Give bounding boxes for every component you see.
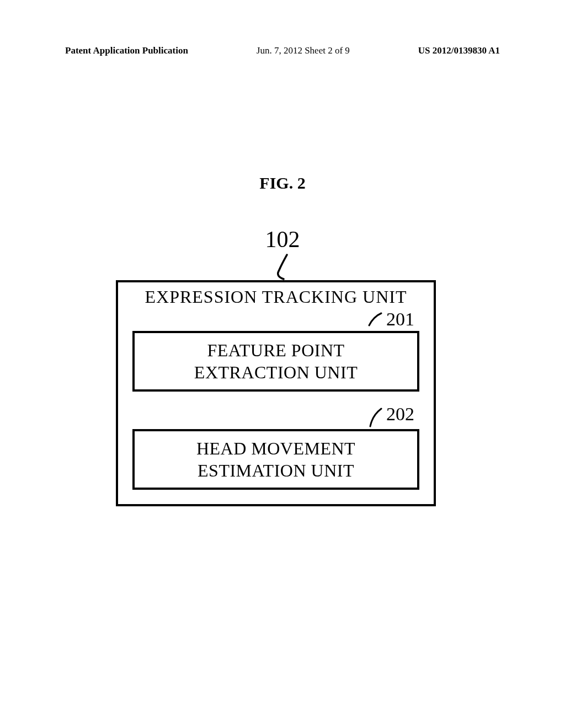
expression-tracking-unit-label: EXPRESSION TRACKING UNIT <box>116 287 436 307</box>
box2-line2: ESTIMATION UNIT <box>198 461 354 480</box>
box2-line1: HEAD MOVEMENT <box>196 438 355 458</box>
head-movement-estimation-unit-label: HEAD MOVEMENT ESTIMATION UNIT <box>196 437 355 481</box>
header-publication-type: Patent Application Publication <box>65 45 188 56</box>
page-header: Patent Application Publication Jun. 7, 2… <box>0 45 565 56</box>
feature-point-extraction-unit-box: FEATURE POINT EXTRACTION UNIT <box>132 331 419 392</box>
head-movement-estimation-unit-box: HEAD MOVEMENT ESTIMATION UNIT <box>132 429 419 490</box>
figure-title: FIG. 2 <box>259 174 305 192</box>
header-date-sheet: Jun. 7, 2012 Sheet 2 of 9 <box>257 45 350 56</box>
box1-line2: EXTRACTION UNIT <box>194 362 358 382</box>
reference-numeral-202: 202 <box>386 404 414 425</box>
feature-point-extraction-unit-label: FEATURE POINT EXTRACTION UNIT <box>194 339 358 383</box>
box1-line1: FEATURE POINT <box>207 340 344 360</box>
header-publication-number: US 2012/0139830 A1 <box>418 45 500 56</box>
reference-numeral-102: 102 <box>265 226 300 253</box>
reference-numeral-201: 201 <box>386 309 414 330</box>
